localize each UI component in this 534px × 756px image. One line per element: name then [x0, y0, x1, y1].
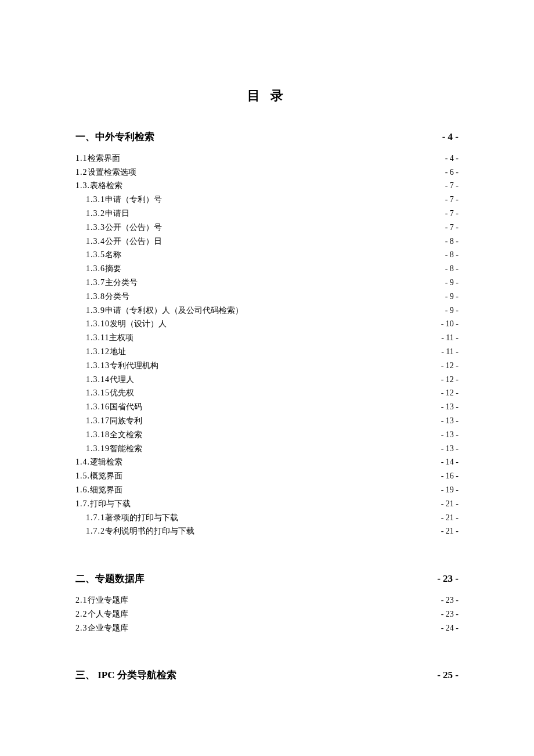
toc-entry-page: - 9 -: [444, 276, 459, 290]
toc-entry-page: - 21 -: [440, 511, 459, 525]
toc-leader-dots: [163, 222, 444, 230]
toc-entry-row: 1.3.9 申请（专利权）人（及公司代码检索） - 9 -: [75, 304, 459, 318]
toc-leader-dots: [168, 318, 440, 326]
toc-entry-label: 优先权: [110, 386, 135, 400]
toc-entry-row: 1.3.19 智能检索 - 13 -: [75, 442, 459, 456]
toc-entry-row: 1.2 设置检索选项 - 6 -: [75, 165, 459, 179]
toc-entry-label: 摘要: [105, 262, 122, 276]
toc-leader-dots: [146, 572, 436, 582]
toc-entry-page: - 10 -: [440, 317, 459, 331]
toc-leader-dots: [131, 208, 444, 216]
toc-entry-row: 1.7. 打印与下载 - 21 -: [75, 497, 459, 511]
toc-leader-dots: [244, 305, 444, 313]
toc-entry-page: - 21 -: [440, 524, 459, 538]
toc-leader-dots: [122, 249, 444, 257]
toc-leader-dots: [139, 277, 444, 285]
toc-entry-number: 1.2: [75, 165, 88, 179]
toc-section: 二、专题数据库 - 23 -2.1 行业专题库 - 23 -2.2 个人专题库 …: [75, 571, 459, 635]
toc-entry-page: - 8 -: [444, 262, 459, 276]
toc-leader-dots: [129, 609, 440, 617]
toc-leader-dots: [124, 180, 444, 188]
toc-entry-number: 2.2: [75, 607, 88, 621]
toc-entry-row: 1.6. 细览界面 - 19 -: [75, 483, 459, 497]
toc-entry-page: - 7 -: [444, 179, 459, 193]
toc-entry-page: - 14 -: [440, 455, 459, 469]
toc-entry-row: 1.4. 逻辑检索 - 14 -: [75, 455, 459, 469]
toc-entry-label: 检索界面: [88, 152, 121, 165]
toc-leader-dots: [132, 498, 440, 506]
toc-heading-label: 三、 IPC 分类导航检索: [75, 667, 178, 684]
toc-entry-number: 1.6.: [75, 483, 90, 497]
toc-entry-row: 1.3.14 代理人 - 12 -: [75, 373, 459, 387]
toc-entry-page: - 13 -: [440, 400, 459, 414]
toc-leader-dots: [138, 167, 444, 175]
toc-entry-number: 1.3.12: [86, 345, 110, 359]
toc-entry-label: 行业专题库: [88, 593, 129, 607]
toc-entry-label: 分类号: [105, 290, 131, 304]
toc-entry-row: 1.3.15 优先权 - 12 -: [75, 386, 459, 400]
toc-entry-label: 设置检索选项: [88, 165, 138, 179]
toc-leader-dots: [124, 470, 440, 478]
toc-entry-row: 1.3.8 分类号 - 9 -: [75, 290, 459, 304]
toc-leader-dots: [163, 194, 444, 202]
toc-entry-page: - 11 -: [440, 331, 459, 345]
toc-entry-number: 1.7.: [75, 497, 90, 511]
toc-entry-label: 个人专题库: [88, 607, 129, 621]
toc-entry-page: - 7 -: [444, 221, 459, 235]
toc-entry-label: 公开（公告）日: [105, 235, 163, 249]
toc-entry-page: - 4 -: [444, 152, 459, 165]
toc-entry-label: 地址: [110, 345, 127, 359]
toc-page: 目 录 一、中外专利检索 - 4 -1.1 检索界面 - 4 -1.2 设置检索…: [0, 0, 534, 756]
toc-heading-row: 三、 IPC 分类导航检索 - 25 -: [75, 667, 459, 684]
toc-leader-dots: [124, 484, 440, 492]
toc-entry-row: 1.3.3 公开（公告）号 - 7 -: [75, 221, 459, 235]
toc-leader-dots: [135, 387, 440, 395]
toc-entry-row: 2.1 行业专题库 - 23 -: [75, 593, 459, 607]
toc-entry-number: 1.3.1: [86, 193, 105, 207]
toc-entry-page: - 7 -: [444, 207, 459, 221]
toc-entry-row: 1.3. 表格检索 - 7 -: [75, 179, 459, 193]
toc-entry-number: 1.5.: [75, 469, 90, 483]
toc-entry-label: 全文检索: [110, 428, 143, 442]
toc-entry-row: 1.3.4 公开（公告）日 - 8 -: [75, 235, 459, 249]
toc-entry-row: 1.3.6 摘要 - 8 -: [75, 262, 459, 276]
toc-entry-page: - 7 -: [444, 193, 459, 207]
toc-entry-number: 1.3.15: [86, 386, 110, 400]
toc-leader-dots: [122, 263, 444, 271]
toc-leader-dots: [160, 360, 440, 368]
toc-entry-label: 国省代码: [110, 400, 143, 414]
toc-entry-number: 1.3.5: [86, 248, 105, 262]
toc-entry-row: 1.3.11 主权项 - 11 -: [75, 331, 459, 345]
toc-entry-page: - 6 -: [444, 165, 459, 179]
toc-entry-row: 1.3.7 主分类号 - 9 -: [75, 276, 459, 290]
toc-entry-label: 智能检索: [110, 442, 143, 456]
toc-entry-label: 逻辑检索: [90, 455, 124, 469]
toc-entry-row: 2.2 个人专题库 - 23 -: [75, 607, 459, 621]
toc-entry-page: - 13 -: [440, 442, 459, 456]
toc-entry-label: 打印与下载: [90, 497, 132, 511]
toc-heading-label: 一、中外专利检索: [75, 129, 156, 146]
toc-entry-page: - 9 -: [444, 304, 459, 318]
toc-entry-label: 著录项的打印与下载: [105, 511, 179, 525]
toc-entry-number: 1.3.3: [86, 221, 105, 235]
toc-leader-dots: [127, 346, 440, 354]
toc-leader-dots: [124, 456, 440, 465]
toc-entry-page: - 12 -: [440, 373, 459, 387]
toc-leader-dots: [131, 291, 444, 299]
toc-leader-dots: [156, 130, 441, 140]
toc-entry-page: - 13 -: [440, 414, 459, 428]
toc-entry-label: 申请（专利）号: [105, 193, 163, 207]
toc-entry-number: 1.3.6: [86, 262, 105, 276]
toc-entry-number: 1.3.19: [86, 442, 110, 456]
toc-leader-dots: [135, 332, 440, 340]
page-title: 目 录: [75, 87, 459, 105]
toc-leader-dots: [129, 595, 440, 603]
toc-entry-row: 1.3.10 发明（设计）人 - 10 -: [75, 317, 459, 331]
toc-entry-number: 1.3.2: [86, 207, 105, 221]
toc-leader-dots: [143, 443, 440, 451]
toc-entry-page: - 13 -: [440, 428, 459, 442]
toc-entry-page: - 11 -: [440, 345, 459, 359]
toc-entry-page: - 21 -: [440, 497, 459, 511]
toc-entry-row: 1.3.13 专利代理机构 - 12 -: [75, 359, 459, 373]
toc-entry-label: 专利代理机构: [110, 359, 160, 373]
